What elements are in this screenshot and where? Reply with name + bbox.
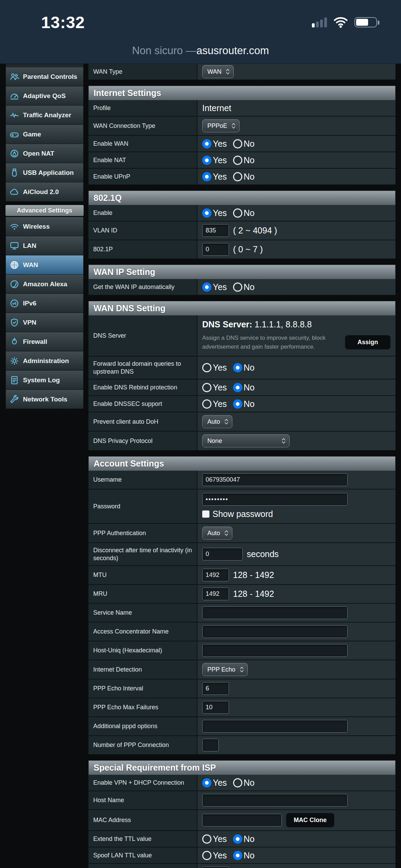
sidebar-item-network-tools[interactable]: Network Tools xyxy=(5,389,84,409)
dropdown[interactable]: Auto xyxy=(202,527,232,540)
mru-input[interactable] xyxy=(202,588,229,600)
sidebar-item-traffic-analyzer[interactable]: Traffic Analyzer xyxy=(5,105,84,125)
radio-yes[interactable] xyxy=(202,834,211,844)
dropdown[interactable]: PPPoE xyxy=(202,119,240,132)
radio-yes[interactable] xyxy=(202,172,211,181)
wireless-icon xyxy=(9,221,20,232)
access-concentrator-name-input[interactable] xyxy=(202,625,348,638)
radio-no-label: No xyxy=(244,363,255,373)
dns-detail: Assign a DNS service to improve security… xyxy=(202,334,391,351)
row-value: YesNo xyxy=(197,279,396,295)
sidebar-item-label: Game xyxy=(23,131,41,138)
chevron-updown-icon xyxy=(226,68,230,75)
service-name-input[interactable] xyxy=(202,606,348,619)
sidebar-item-vpn[interactable]: VPN xyxy=(5,313,84,332)
security-label: Non sicuro — xyxy=(132,45,196,57)
host-uniq-hexadecimal-input[interactable] xyxy=(202,644,348,657)
mac-address-input[interactable] xyxy=(202,814,282,827)
disconnect-after-time-of-inactivity-in-seconds-input[interactable] xyxy=(202,548,243,560)
radio-yes[interactable] xyxy=(202,139,211,148)
sidebar-item-ipv6[interactable]: v6IPv6 xyxy=(5,293,84,313)
radio-yes[interactable] xyxy=(202,399,211,409)
mtu-input[interactable] xyxy=(202,569,229,581)
row-value xyxy=(197,679,396,698)
assign-button[interactable]: Assign xyxy=(345,335,391,350)
radio-no[interactable] xyxy=(233,139,242,148)
input-range-hint: ( 2 ~ 4094 ) xyxy=(233,226,277,236)
radio-no[interactable] xyxy=(233,282,242,292)
radio-no[interactable] xyxy=(233,156,242,165)
sidebar-item-wan[interactable]: WAN xyxy=(5,255,84,275)
dropdown-value: PPP Echo xyxy=(207,666,235,673)
settings-row: DNS Privacy ProtocolNone xyxy=(88,432,396,451)
radio-no-label: No xyxy=(244,282,255,292)
radio-yes[interactable] xyxy=(202,208,211,218)
sidebar-item-game[interactable]: Game xyxy=(5,124,84,144)
sidebar-top-list: Parental ControlsAdaptive QoSTraffic Ana… xyxy=(5,67,84,202)
row-label: Spoof LAN TTL value xyxy=(88,847,197,863)
sidebar-item-wireless[interactable]: Wireless xyxy=(5,217,84,236)
radio-no[interactable] xyxy=(233,834,242,844)
sidebar-item-parental-controls[interactable]: Parental Controls xyxy=(5,67,84,86)
radio-no[interactable] xyxy=(233,778,242,787)
additional-pppd-options-input[interactable] xyxy=(202,720,348,733)
settings-row: Username xyxy=(88,471,396,490)
ppp-echo-interval-input[interactable] xyxy=(202,682,229,695)
row-value: YesNo xyxy=(197,169,396,184)
host-name-input[interactable] xyxy=(202,794,348,807)
settings-row: MRU128 - 1492 xyxy=(88,585,396,604)
vpn-icon xyxy=(9,317,20,328)
802-1p-input[interactable] xyxy=(202,243,229,256)
radio-no[interactable] xyxy=(233,363,242,372)
ppp-echo-max-failures-input[interactable] xyxy=(202,701,229,714)
row-label: Internet Detection xyxy=(88,660,197,679)
show-password-checkbox[interactable] xyxy=(202,510,209,518)
radio-yes[interactable] xyxy=(202,282,211,292)
wan-type-row: WAN Type WAN xyxy=(88,64,396,80)
row-label: Username xyxy=(88,471,197,489)
sidebar-item-adaptive-qos[interactable]: Adaptive QoS xyxy=(5,86,84,106)
row-label: Password xyxy=(88,490,197,523)
radio-yes[interactable] xyxy=(202,383,211,392)
number-of-ppp-connection-input[interactable] xyxy=(202,739,219,751)
settings-row: EnableYesNo xyxy=(88,205,396,221)
radio-no[interactable] xyxy=(233,399,242,409)
dropdown-value: Auto xyxy=(207,530,220,537)
radio-no[interactable] xyxy=(233,208,242,218)
password-input[interactable] xyxy=(202,493,348,506)
username-input[interactable] xyxy=(202,473,348,486)
radio-yes[interactable] xyxy=(202,778,211,787)
settings-row: Host-Uniq (Hexadecimal) xyxy=(88,641,396,660)
dropdown[interactable]: None xyxy=(202,434,290,447)
sidebar-item-system-log[interactable]: System Log xyxy=(5,370,84,390)
radio-no[interactable] xyxy=(233,383,242,392)
radio-yes[interactable] xyxy=(202,156,211,165)
url-bar[interactable]: Non sicuro — asusrouter.com xyxy=(0,38,401,64)
dropdown[interactable]: Auto xyxy=(202,415,232,428)
settings-row: Enable NATYesNo xyxy=(88,152,396,169)
battery-icon xyxy=(354,17,377,27)
sidebar-item-open-nat[interactable]: Open NAT xyxy=(5,144,84,163)
input-range-hint: ( 0 ~ 7 ) xyxy=(233,244,263,254)
mac-clone-button[interactable]: MAC Clone xyxy=(286,813,335,828)
radio-yes-label: Yes xyxy=(213,139,227,149)
dropdown[interactable]: WAN xyxy=(202,65,234,78)
sidebar-item-administration[interactable]: Administration xyxy=(5,351,84,371)
dropdown[interactable]: PPP Echo xyxy=(202,663,248,676)
sidebar-item-label: Administration xyxy=(23,358,69,364)
radio-no[interactable] xyxy=(233,851,242,860)
network-tools-icon xyxy=(9,394,20,405)
mtu-input[interactable] xyxy=(202,867,229,868)
sidebar-item-amazon-alexa[interactable]: Amazon Alexa xyxy=(5,274,84,294)
sidebar-item-aicloud-2-0[interactable]: AiCloud 2.0 xyxy=(5,182,84,202)
radio-yes-label: Yes xyxy=(213,282,227,292)
radio-yes[interactable] xyxy=(202,363,211,372)
vlan-id-input[interactable] xyxy=(202,224,229,237)
sidebar-item-firewall[interactable]: Firewall xyxy=(5,332,84,351)
radio-no-label: No xyxy=(244,399,255,409)
sidebar-item-usb-application[interactable]: USB Application xyxy=(5,163,84,182)
radio-yes[interactable] xyxy=(202,851,211,860)
section-wan-dns-setting: WAN DNS SettingDNS ServerDNS Server: 1.1… xyxy=(88,301,396,451)
sidebar-item-lan[interactable]: LAN xyxy=(5,236,84,255)
radio-no[interactable] xyxy=(233,172,242,181)
